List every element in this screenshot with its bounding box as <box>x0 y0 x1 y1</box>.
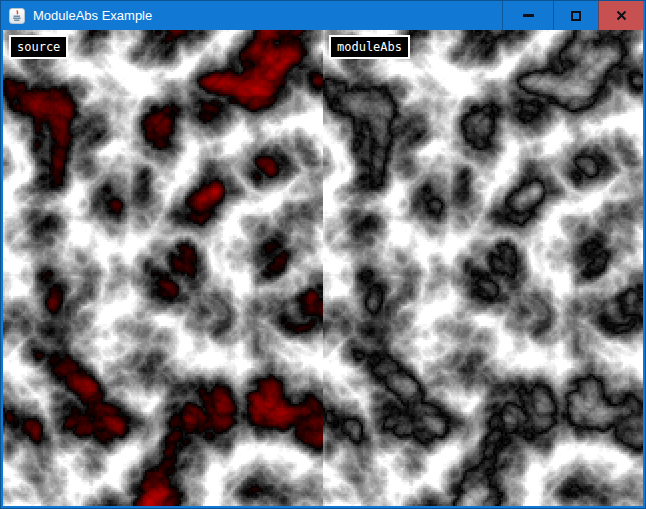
minimize-button[interactable] <box>502 1 553 30</box>
source-noise-image <box>3 30 323 506</box>
maximize-button[interactable] <box>553 1 598 30</box>
source-panel: source <box>3 30 323 506</box>
window-controls <box>502 1 643 30</box>
source-label: source <box>9 35 68 59</box>
moduleabs-panel: moduleAbs <box>323 30 643 506</box>
java-app-icon <box>9 8 25 24</box>
moduleabs-label: moduleAbs <box>329 35 410 59</box>
app-window: ModuleAbs Example source moduleAbs <box>0 0 646 509</box>
close-icon <box>616 10 627 21</box>
close-button[interactable] <box>598 1 643 30</box>
maximize-icon <box>571 11 581 21</box>
minimize-icon <box>523 14 534 17</box>
moduleabs-noise-image <box>323 30 643 506</box>
window-title: ModuleAbs Example <box>33 8 502 23</box>
client-area: source moduleAbs <box>3 30 643 506</box>
titlebar[interactable]: ModuleAbs Example <box>3 1 643 30</box>
java-coffee-cup-icon <box>11 10 23 22</box>
